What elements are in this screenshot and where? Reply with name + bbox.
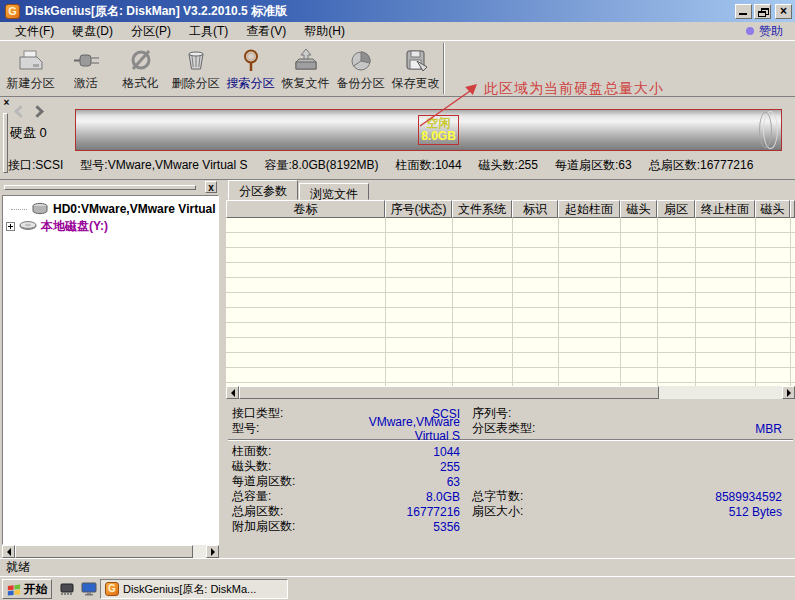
disk-details-section: 接口类型: SCSI 序列号: 型号: VMware,VMware Virtua… [226,399,795,558]
detail-value: 8589934592 [622,490,782,504]
local-disk-icon [19,219,37,233]
backup-partition-icon [347,48,375,74]
details-separator [228,439,793,441]
minimize-button[interactable] [735,4,752,19]
show-desktop-icon[interactable] [80,581,98,596]
toolbar: 新建分区 激活 格式化 删除分区 搜索分区 恢复文件 [0,40,795,97]
column-end-head[interactable]: 磁头 [755,200,790,218]
scroll-right-icon[interactable] [206,545,219,558]
detail-label: 型号: [232,420,342,437]
column-sector[interactable]: 扇区 [657,200,695,218]
column-divider [657,218,658,386]
tab-strip: 分区参数 浏览文件 [226,180,370,200]
diskgenius-app-icon: G [5,4,20,19]
tab-partition-parameters[interactable]: 分区参数 [228,180,298,200]
disk-name: 硬盘 0 [10,124,47,142]
status-text: 就绪 [6,559,30,576]
tree-panel-grip[interactable] [4,185,196,190]
detail-label: 分区表类型: [472,420,622,437]
panel-close-icon[interactable]: × [1,98,12,109]
device-tree[interactable]: HD0:VMware,VMware Virtual 本地磁盘(Y:) [2,195,219,545]
recover-files-icon [292,48,320,74]
annotation-text: 此区域为当前硬盘总量大小 [484,80,664,98]
toolbar-divider [443,43,445,94]
column-head[interactable]: 磁头 [620,200,657,218]
tree-item-local-disk[interactable]: 本地磁盘(Y:) [3,218,108,234]
free-space-region[interactable]: 空闲 8.0GB [418,115,459,145]
restore-button[interactable] [754,4,771,19]
detail-value: 63 [342,475,460,489]
partition-table-body[interactable] [226,218,795,386]
tree-close-button[interactable]: x [205,181,217,193]
next-disk-icon[interactable] [31,105,44,118]
scroll-left-icon[interactable] [2,545,15,558]
menu-item-view[interactable]: 查看(V) [237,22,295,41]
format-button[interactable]: 格式化 [113,43,168,94]
status-bar: 就绪 [0,558,795,575]
sponsor-label: 赞助 [759,23,783,40]
disk-capacity-bar[interactable]: 空闲 8.0GB [75,109,782,151]
taskbar-task-diskgenius[interactable]: G DiskGenius[原名: DiskMa... [100,579,288,599]
previous-disk-icon[interactable] [14,105,27,118]
column-start-cylinder[interactable]: 起始柱面 [558,200,620,218]
save-changes-icon [402,48,430,74]
expand-plus-icon[interactable] [6,222,15,231]
tree-item-hd0[interactable]: HD0:VMware,VMware Virtual [3,201,216,217]
column-file-system[interactable]: 文件系统 [452,200,512,218]
backup-partition-button[interactable]: 备份分区 [333,43,388,94]
detail-row: 总扇区数: 16777216 扇区大小: 512 Bytes [226,504,795,519]
column-index-status[interactable]: 序号(状态) [385,200,452,218]
menu-item-help[interactable]: 帮助(H) [295,22,354,41]
detail-value: 8.0GB [342,490,460,504]
new-partition-button[interactable]: 新建分区 [3,43,58,94]
menu-item-file[interactable]: 文件(F) [6,22,63,41]
column-divider [452,218,453,386]
quick-launch-chip-icon[interactable] [58,581,76,596]
detail-value: 16777216 [342,505,460,519]
column-volume-label[interactable]: 卷标 [226,200,385,218]
scroll-left-icon[interactable] [226,386,239,399]
sponsor-link[interactable]: 赞助 [746,23,795,40]
detail-value: 255 [342,460,460,474]
column-divider [755,218,756,386]
partition-panel: 分区参数 浏览文件 卷标 序号(状态) 文件系统 标识 起始柱面 磁头 扇区 终… [226,180,795,558]
sponsor-dot-icon [746,27,754,35]
left-arrow-icon [231,389,235,397]
column-identifier[interactable]: 标识 [512,200,558,218]
scroll-right-icon[interactable] [782,386,795,399]
sidebar-tree-panel: x HD0:VMware,VMware Virtual 本地磁盘(Y:) [0,180,221,558]
task-label: DiskGenius[原名: DiskMa... [123,582,256,597]
tab-browse-files[interactable]: 浏览文件 [299,183,369,200]
menu-item-tools[interactable]: 工具(T) [180,22,237,41]
delete-partition-button[interactable]: 删除分区 [168,43,223,94]
disk-interface: 接口:SCSI [8,157,63,174]
menu-item-partition[interactable]: 分区(P) [122,22,180,41]
activate-icon [72,48,100,74]
activate-button[interactable]: 激活 [58,43,113,94]
column-end-cylinder[interactable]: 终止柱面 [695,200,755,218]
disk-heads: 磁头数:255 [479,157,538,174]
detail-value: 1044 [342,445,460,459]
tree-horizontal-scrollbar[interactable] [2,545,219,558]
menu-item-disk[interactable]: 硬盘(D) [63,22,122,41]
search-partition-button[interactable]: 搜索分区 [223,43,278,94]
tree-guide-line [11,209,27,210]
tree-panel-header: x [0,180,221,195]
close-button[interactable]: × [775,4,792,19]
minimize-icon [739,13,747,15]
scrollbar-thumb[interactable] [15,545,193,558]
window-title: DiskGenius[原名: DiskMan] V3.2.2010.5 标准版 [25,3,287,20]
disk-capacity: 容量:8.0GB(8192MB) [265,157,379,174]
column-filler [790,200,795,218]
delete-partition-icon [182,48,210,74]
detail-row: 磁头数: 255 [226,459,795,474]
table-horizontal-scrollbar[interactable] [226,386,795,399]
windows-flag-icon [7,583,21,596]
save-changes-button[interactable]: 保存更改 [388,43,443,94]
start-button[interactable]: 开始 [2,579,52,599]
detail-value: 512 Bytes [622,505,782,519]
recover-files-button[interactable]: 恢复文件 [278,43,333,94]
detail-row: 接口类型: SCSI 序列号: [226,406,795,421]
scrollbar-thumb[interactable] [239,386,659,399]
disk-model: 型号:VMware,VMware Virtual S [80,157,247,174]
